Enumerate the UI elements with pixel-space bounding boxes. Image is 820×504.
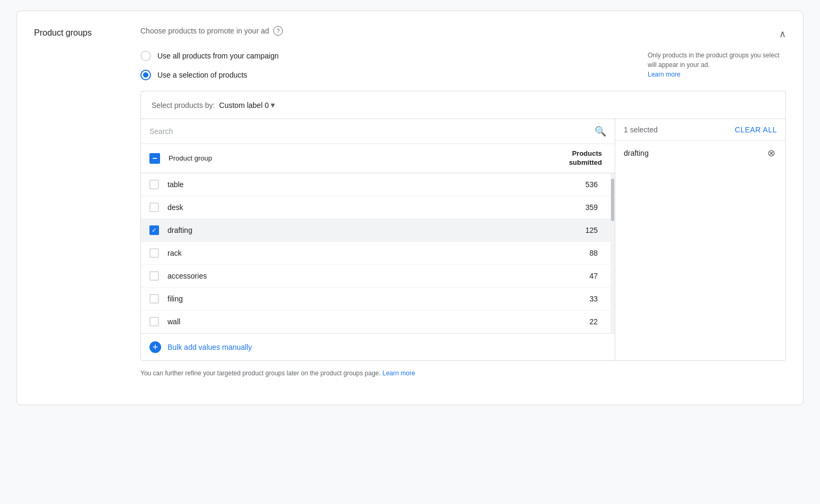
custom-label-dropdown[interactable]: Custom label 0 ▾ (219, 100, 275, 110)
col-product-group-header: Product group (160, 154, 569, 162)
search-input[interactable] (149, 127, 590, 136)
footer-learn-more-link[interactable]: Learn more (382, 369, 415, 377)
right-panel-header: 1 selected CLEAR ALL (615, 119, 785, 141)
table-row[interactable]: wall22 (141, 310, 610, 333)
scrollbar[interactable] (610, 173, 615, 333)
radio-circle-selection (140, 70, 151, 80)
side-note: Only products in the product groups you … (648, 51, 786, 79)
radio-label-all: Use all products from your campaign (157, 52, 279, 60)
selected-item: drafting⊗ (615, 141, 785, 165)
row-name: rack (159, 249, 589, 257)
table-row[interactable]: drafting125 (141, 219, 610, 242)
bulk-add-label: Bulk add values manually (168, 343, 252, 351)
row-name: drafting (159, 226, 585, 234)
selected-items-list: drafting⊗ (615, 141, 785, 165)
section-subtitle: Choose products to promote in your ad (140, 27, 269, 35)
col-count-header: Productssubmitted (569, 149, 606, 167)
search-bar: 🔍 (141, 119, 615, 144)
row-checkbox (149, 294, 159, 304)
row-count: 33 (589, 295, 602, 303)
row-name: wall (159, 317, 589, 326)
row-count: 22 (589, 317, 602, 326)
row-checkbox (149, 180, 159, 189)
radio-selection[interactable]: Use a selection of products (140, 70, 279, 80)
selected-count: 1 selected (624, 125, 658, 134)
section-title: Product groups (34, 26, 140, 38)
row-count: 125 (585, 226, 602, 234)
row-checkbox (149, 271, 159, 281)
bulk-add-icon: + (149, 341, 161, 353)
selected-item-name: drafting (624, 149, 649, 157)
radio-label-selection: Use a selection of products (157, 71, 247, 79)
row-checkbox (149, 203, 159, 212)
table-row[interactable]: desk359 (141, 196, 610, 219)
product-selector: Select products by: Custom label 0 ▾ (140, 91, 786, 361)
row-name: filing (159, 295, 589, 303)
row-checkbox (149, 225, 159, 235)
select-all-checkbox[interactable] (149, 153, 160, 164)
row-name: table (159, 180, 585, 189)
search-icon: 🔍 (595, 125, 606, 137)
help-icon[interactable]: ? (273, 26, 283, 36)
row-checkbox (149, 248, 159, 258)
dropdown-arrow-icon: ▾ (271, 100, 275, 110)
row-checkbox (149, 317, 159, 326)
radio-group: Use all products from your campaign Use … (140, 51, 279, 80)
row-name: accessories (159, 272, 589, 280)
selector-label: Select products by: (152, 101, 215, 110)
row-count: 88 (589, 249, 602, 257)
selector-header: Select products by: Custom label 0 ▾ (141, 91, 785, 119)
footer-note: You can further refine your targeted pro… (140, 369, 786, 390)
radio-circle-all (140, 51, 151, 61)
table-header: Product group Productssubmitted (141, 144, 615, 173)
table-row[interactable]: filing33 (141, 288, 610, 310)
row-count: 536 (585, 180, 602, 189)
left-panel: 🔍 Product group Productssubmitted (141, 119, 615, 360)
row-name: desk (159, 203, 585, 212)
selector-body: 🔍 Product group Productssubmitted (141, 119, 785, 360)
table-row[interactable]: accessories47 (141, 265, 610, 288)
right-panel: 1 selected CLEAR ALL drafting⊗ (615, 119, 785, 360)
remove-selected-button[interactable]: ⊗ (765, 147, 777, 159)
table-scroll[interactable]: table536desk359drafting125rack88accessor… (141, 173, 610, 333)
row-count: 47 (589, 272, 602, 280)
row-count: 359 (585, 203, 602, 212)
clear-all-button[interactable]: CLEAR ALL (735, 125, 777, 134)
table-row[interactable]: rack88 (141, 242, 610, 265)
collapse-button[interactable]: ∧ (779, 26, 786, 40)
bulk-add-row[interactable]: + Bulk add values manually (141, 333, 615, 360)
table-body: table536desk359drafting125rack88accessor… (141, 173, 615, 333)
scroll-thumb (611, 179, 614, 221)
table-row[interactable]: table536 (141, 173, 610, 196)
radio-all-products[interactable]: Use all products from your campaign (140, 51, 279, 61)
side-note-learn-more-link[interactable]: Learn more (648, 71, 680, 78)
dropdown-value: Custom label 0 (219, 101, 269, 110)
